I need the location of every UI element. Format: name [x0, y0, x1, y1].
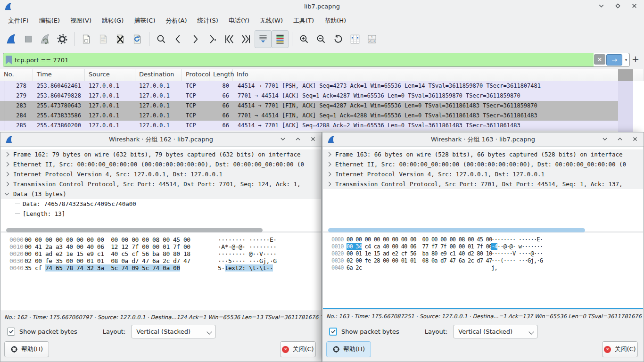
save-file-icon[interactable]: 01010011 — [95, 30, 112, 48]
packet-row[interactable]: 284255.473833586127.0.0.1127.0.0.1TCP667… — [0, 111, 618, 121]
layout-select[interactable]: Vertical (Stacked) — [131, 325, 216, 338]
menu-item-1[interactable]: 编辑(E) — [34, 14, 65, 27]
capture-options-icon[interactable] — [54, 30, 71, 48]
hex-row[interactable]: 001000 34 c4 ca 40 00 40 06 77 f7 7f 00 … — [323, 243, 643, 250]
tree-row[interactable]: [Length: 13] — [1, 209, 321, 219]
menu-item-9[interactable]: 工具(T) — [288, 14, 319, 27]
hex-dump[interactable]: 000000 00 00 00 00 00 00 00 00 00 00 00 … — [1, 233, 321, 311]
tree-row[interactable]: Transmission Control Protocol, Src Port:… — [323, 179, 643, 189]
maximize-icon[interactable] — [615, 3, 621, 9]
menu-item-2[interactable]: 视图(V) — [65, 14, 97, 27]
packet-list-scrollbar[interactable] — [618, 81, 633, 132]
filter-add-button[interactable]: + — [632, 54, 639, 64]
expander-closed-icon[interactable] — [5, 172, 9, 177]
hex-row[interactable]: 001000 41 2a a3 40 00 40 06 12 12 7f 00 … — [1, 243, 321, 250]
menu-item-3[interactable]: 跳转(G) — [97, 14, 129, 27]
go-first-icon[interactable] — [221, 30, 238, 48]
menu-item-5[interactable]: 分析(A) — [160, 14, 192, 27]
restore-icon[interactable] — [295, 136, 301, 142]
tree-row[interactable]: Transmission Control Protocol, Src Port:… — [1, 179, 321, 189]
hex-row[interactable]: 003002 00 fe 35 00 00 01 01 08 0a d7 47 … — [1, 257, 321, 264]
tree-horizontal-scrollbar[interactable] — [6, 228, 263, 232]
column-header-protocol[interactable]: Protocol — [182, 69, 209, 81]
filter-dropdown-caret[interactable]: ▾ — [623, 53, 629, 66]
layout-select[interactable]: Vertical (Stacked) — [453, 325, 538, 338]
hex-row[interactable]: 002000 01 ad e2 1e 15 e9 c1 40 c5 cf 56 … — [1, 250, 321, 257]
help-button[interactable]: 帮助(H) — [326, 341, 371, 357]
protocol-tree[interactable]: Frame 163: 66 bytes on wire (528 bits), … — [323, 147, 643, 231]
column-header-source[interactable]: Source — [85, 69, 135, 81]
column-header-no[interactable]: No. — [0, 69, 33, 81]
packet-row[interactable]: 283255.473780643127.0.0.1127.0.0.1TCP664… — [0, 101, 618, 111]
hex-dump[interactable]: 000000 00 00 00 00 00 00 00 00 00 00 00 … — [323, 233, 643, 309]
restart-capture-icon[interactable] — [37, 30, 54, 48]
zoom-out-icon[interactable] — [313, 30, 330, 48]
column-header-length[interactable]: Length — [209, 69, 233, 81]
tree-row[interactable]: Data: 74657874323a5c74095c740a00 — [1, 199, 321, 209]
help-button[interactable]: 帮助(H) — [4, 341, 49, 357]
start-capture-icon[interactable] — [3, 30, 20, 48]
menu-item-10[interactable]: 帮助(H) — [319, 14, 351, 27]
minimize-icon[interactable] — [602, 136, 608, 142]
zoom-reset-icon[interactable] — [330, 30, 347, 48]
menu-item-7[interactable]: 电话(Y) — [223, 14, 255, 27]
minimize-icon[interactable] — [598, 3, 604, 9]
tree-row[interactable]: Data (13 bytes) — [1, 189, 321, 199]
menu-item-4[interactable]: 捕获(C) — [129, 14, 160, 27]
hex-row[interactable]: 000000 00 00 00 00 00 00 00 00 00 00 00 … — [323, 236, 643, 243]
tree-row[interactable]: Ethernet II, Src: 00:00:00_00:00:00 (00:… — [1, 159, 321, 169]
close-button[interactable]: ✕ 关闭(C) — [280, 341, 316, 357]
packet-list-header[interactable]: No.TimeSourceDestinationProtocolLengthIn… — [0, 69, 644, 82]
reload-file-icon[interactable] — [129, 30, 146, 48]
show-packet-bytes-checkbox[interactable] — [7, 328, 15, 336]
expander-open-icon[interactable] — [5, 191, 9, 196]
stop-capture-icon[interactable] — [20, 30, 37, 48]
packet-row[interactable]: 285255.473860200127.0.0.1127.0.0.1TCP664… — [0, 121, 618, 131]
minimize-icon[interactable] — [280, 136, 286, 142]
go-to-packet-icon[interactable] — [204, 30, 221, 48]
find-packet-icon[interactable] — [153, 30, 170, 48]
zoom-in-icon[interactable] — [296, 30, 313, 48]
close-icon[interactable] — [310, 136, 316, 142]
packet-row[interactable]: 278253.860462461127.0.0.1127.0.0.1TCP804… — [0, 81, 618, 91]
tree-row[interactable]: Frame 163: 66 bytes on wire (528 bits), … — [323, 149, 643, 159]
protocol-tree[interactable]: Frame 162: 79 bytes on wire (632 bits), … — [1, 147, 321, 231]
hex-row[interactable]: 000000 00 00 00 00 00 00 00 00 00 00 00 … — [1, 236, 321, 243]
filter-apply-button[interactable]: → — [606, 54, 622, 66]
menu-item-6[interactable]: 统计(S) — [192, 14, 223, 27]
expander-closed-icon[interactable] — [327, 162, 331, 167]
go-back-icon[interactable] — [170, 30, 187, 48]
bookmark-icon[interactable] — [6, 56, 12, 65]
go-last-icon[interactable] — [238, 30, 255, 48]
expander-closed-icon[interactable] — [5, 182, 9, 187]
menu-item-0[interactable]: 文件(F) — [3, 14, 34, 27]
tree-row[interactable]: Ethernet II, Src: 00:00:00_00:00:00 (00:… — [323, 159, 643, 169]
hex-row[interactable]: 003002 00 fe 28 00 00 01 01 08 0a d7 47 … — [323, 257, 643, 264]
expander-closed-icon[interactable] — [327, 182, 331, 187]
close-icon[interactable] — [632, 136, 638, 142]
expander-closed-icon[interactable] — [5, 152, 9, 157]
show-packet-bytes-label[interactable]: Show packet bytes — [19, 328, 77, 335]
tree-row[interactable]: Internet Protocol Version 4, Src: 127.0.… — [1, 169, 321, 179]
dialog-titlebar[interactable]: Wireshark · 分组 162 · lib7.pcapng — [0, 132, 322, 147]
menu-item-8[interactable]: 无线(W) — [255, 14, 288, 27]
hex-row[interactable]: 00406a 2cj, — [323, 264, 643, 272]
tree-row[interactable]: Internet Protocol Version 4, Src: 127.0.… — [323, 169, 643, 179]
hex-row[interactable]: 004035 cf 74 65 78 74 32 3a 5c 74 09 5c … — [1, 264, 321, 272]
close-icon[interactable] — [631, 3, 637, 9]
packet-row[interactable]: 279253.860479828127.0.0.1127.0.0.1TCP667… — [0, 91, 618, 101]
hex-row[interactable]: 002000 01 1e 15 ad e2 cf 56 ba 80 e9 c1 … — [323, 250, 643, 257]
tree-horizontal-scrollbar[interactable] — [328, 228, 585, 232]
expander-closed-icon[interactable] — [5, 162, 9, 167]
close-button[interactable]: ✕ 关闭(C) — [602, 341, 638, 357]
tree-row[interactable]: Frame 162: 79 bytes on wire (632 bits), … — [1, 149, 321, 159]
expander-closed-icon[interactable] — [327, 172, 331, 177]
column-header-info[interactable]: Info — [233, 69, 644, 81]
go-forward-icon[interactable] — [187, 30, 204, 48]
display-filter-field[interactable] — [3, 53, 594, 66]
resize-columns-icon[interactable] — [347, 30, 363, 48]
expander-closed-icon[interactable] — [327, 152, 331, 157]
dialog-titlebar[interactable]: Wireshark · 分组 163 · lib7.pcapng — [322, 132, 644, 147]
display-filter-input[interactable] — [14, 53, 594, 67]
close-file-icon[interactable] — [112, 30, 129, 48]
